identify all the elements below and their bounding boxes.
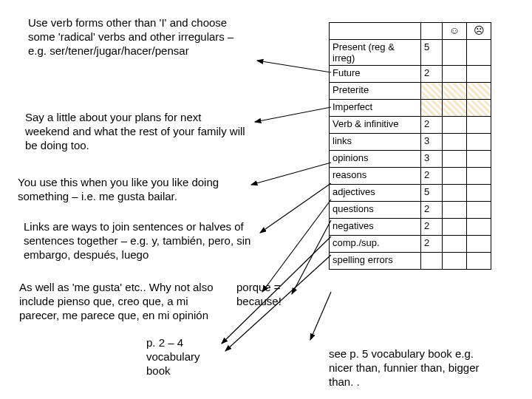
table-row: Future2 — [330, 66, 491, 83]
table-row: Preterite — [330, 83, 491, 100]
note-gusta: You use this when you like you like doin… — [18, 176, 239, 204]
frown-icon: ☹ — [467, 23, 491, 40]
table-row: Imperfect — [330, 100, 491, 117]
table-row: reasons2 — [330, 168, 491, 185]
table-header-row: ☺ ☹ — [330, 23, 491, 40]
footer-note: see p. 5 vocabulary book e.g. nicer than… — [329, 347, 491, 389]
note-plans: Say a little about your plans for next w… — [25, 111, 247, 152]
table-row: spelling errors — [330, 253, 491, 270]
table-row: links3 — [330, 134, 491, 151]
arrow-present — [257, 61, 331, 72]
table-row: negatives2 — [330, 219, 491, 236]
arrow-future — [255, 107, 331, 122]
note-opinions: As well as 'me gusta' etc.. Why not also… — [19, 281, 226, 322]
arrow-verb-inf — [251, 163, 331, 185]
arrow-links — [260, 183, 331, 233]
criteria-table: ☺ ☹ Present (reg & irreg)5Future2Preteri… — [329, 22, 491, 270]
table-row: questions2 — [330, 202, 491, 219]
table-row: opinions3 — [330, 151, 491, 168]
table-row: adjectives5 — [330, 185, 491, 202]
smile-icon: ☺ — [443, 23, 467, 40]
arrow-opinions — [262, 200, 331, 292]
porque-label: porque = because! — [236, 281, 288, 309]
table-row: Present (reg & irreg)5 — [330, 40, 491, 66]
table-row: comp./sup.2 — [330, 236, 491, 253]
table-row: Verb & infinitive2 — [330, 117, 491, 134]
arrow-reasons — [292, 220, 331, 294]
vocab-ref: p. 2 – 4 vocabulary book — [146, 336, 220, 378]
arrow-comp — [310, 292, 331, 340]
note-verb-forms: Use verb forms other than 'I' and choose… — [28, 16, 250, 58]
note-links: Links are ways to join sentences or halv… — [24, 220, 253, 262]
